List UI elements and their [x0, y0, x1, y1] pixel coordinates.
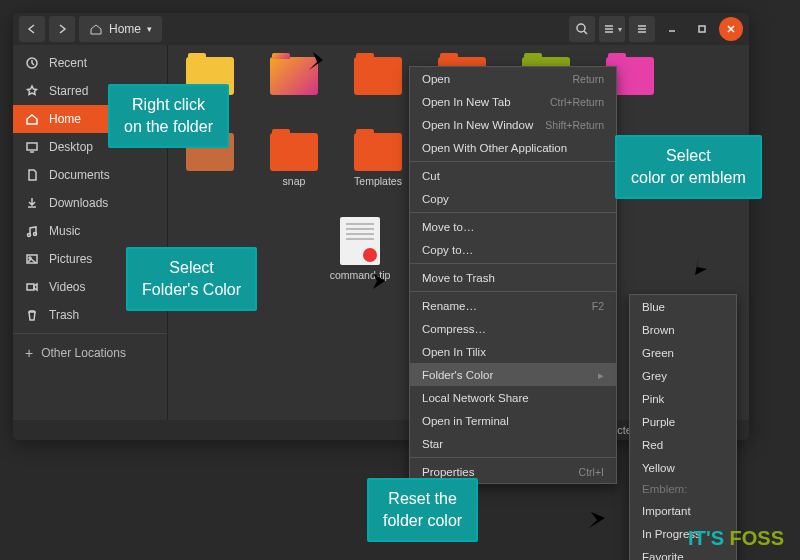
star-icon: [25, 84, 39, 98]
menu-item[interactable]: Copy: [410, 187, 616, 210]
submenu-item[interactable]: Important: [630, 499, 736, 522]
desktop-icon: [25, 140, 39, 154]
folder-label: snap: [283, 175, 306, 187]
context-menu: OpenReturnOpen In New TabCtrl+ReturnOpen…: [409, 66, 617, 484]
back-button[interactable]: [19, 16, 45, 42]
folder-icon: [354, 57, 402, 95]
submenu-item[interactable]: Pink: [630, 387, 736, 410]
minimize-icon: [665, 22, 679, 36]
menu-item[interactable]: Open In Tilix: [410, 340, 616, 363]
submenu-item[interactable]: Brown: [630, 318, 736, 341]
arrow-1: [258, 48, 338, 98]
download-icon: [25, 196, 39, 210]
annotation-3: Selectcolor or emblem: [615, 135, 762, 199]
home-icon: [89, 22, 103, 36]
menu-item[interactable]: OpenReturn: [410, 67, 616, 90]
submenu-item[interactable]: Green: [630, 341, 736, 364]
doc-icon: [25, 168, 39, 182]
menu-item[interactable]: Compress…: [410, 317, 616, 340]
maximize-icon: [695, 22, 709, 36]
arrow-4: [500, 500, 620, 540]
annotation-4: Reset thefolder color: [367, 478, 478, 542]
svg-rect-3: [27, 143, 37, 150]
music-icon: [25, 224, 39, 238]
svg-point-4: [28, 234, 31, 237]
home-icon: [25, 112, 39, 126]
folder-color-submenu: BlueBrownGreenGreyPinkPurpleRedYellowEmb…: [629, 294, 737, 560]
brand-logo: IT'S FOSS: [688, 527, 784, 550]
video-icon: [25, 280, 39, 294]
folder-icon: [354, 133, 402, 171]
chevron-right-icon: [55, 22, 69, 36]
folder-item[interactable]: [346, 57, 410, 113]
menu-item[interactable]: Open In New TabCtrl+Return: [410, 90, 616, 113]
svg-point-0: [577, 24, 585, 32]
sidebar-item-music[interactable]: Music: [13, 217, 167, 245]
document-icon: [340, 217, 380, 265]
close-icon: [726, 24, 736, 34]
trash-icon: [25, 308, 39, 322]
sidebar-item-documents[interactable]: Documents: [13, 161, 167, 189]
menu-item[interactable]: Move to…: [410, 215, 616, 238]
arrow-2: [290, 266, 400, 296]
menu-item[interactable]: Open In New WindowShift+Return: [410, 113, 616, 136]
close-button[interactable]: [719, 17, 743, 41]
sidebar-item-recent[interactable]: Recent: [13, 49, 167, 77]
menu-item[interactable]: Cut: [410, 164, 616, 187]
forward-button[interactable]: [49, 16, 75, 42]
menu-item[interactable]: Move to Trash: [410, 266, 616, 289]
menu-item[interactable]: Rename…F2: [410, 294, 616, 317]
menu-item[interactable]: Open With Other Application: [410, 136, 616, 159]
picture-icon: [25, 252, 39, 266]
folder-item[interactable]: snap: [262, 133, 326, 187]
svg-rect-1: [699, 26, 705, 32]
sidebar-other-locations[interactable]: +Other Locations: [13, 338, 167, 368]
breadcrumb[interactable]: Home ▾: [79, 16, 162, 42]
view-button[interactable]: ▾: [599, 16, 625, 42]
submenu-item[interactable]: Purple: [630, 410, 736, 433]
folder-icon: [270, 133, 318, 171]
submenu-item[interactable]: Grey: [630, 364, 736, 387]
folder-item[interactable]: Templates: [346, 133, 410, 187]
clock-icon: [25, 56, 39, 70]
folder-label: Templates: [354, 175, 402, 187]
dropdown-icon: ▾: [147, 24, 152, 34]
menu-button[interactable]: [629, 16, 655, 42]
arrow-3: [660, 200, 730, 290]
search-button[interactable]: [569, 16, 595, 42]
submenu-item[interactable]: Red: [630, 433, 736, 456]
svg-point-5: [34, 233, 37, 236]
breadcrumb-label: Home: [109, 22, 141, 36]
hamburger-icon: [635, 22, 649, 36]
titlebar: Home ▾ ▾: [13, 13, 749, 45]
list-icon: [602, 22, 616, 36]
sidebar-item-downloads[interactable]: Downloads: [13, 189, 167, 217]
chevron-left-icon: [25, 22, 39, 36]
submenu-item[interactable]: Yellow: [630, 456, 736, 479]
menu-item[interactable]: Copy to…: [410, 238, 616, 261]
annotation-2: SelectFolder's Color: [126, 247, 257, 311]
submenu-item[interactable]: Blue: [630, 295, 736, 318]
minimize-button[interactable]: [659, 16, 685, 42]
menu-item[interactable]: Local Network Share: [410, 386, 616, 409]
maximize-button[interactable]: [689, 16, 715, 42]
svg-rect-8: [27, 284, 34, 290]
annotation-1: Right clickon the folder: [108, 84, 229, 148]
search-icon: [575, 22, 589, 36]
menu-item[interactable]: Star: [410, 432, 616, 455]
menu-item[interactable]: Open in Terminal: [410, 409, 616, 432]
menu-item[interactable]: Folder's Color▸: [410, 363, 616, 386]
